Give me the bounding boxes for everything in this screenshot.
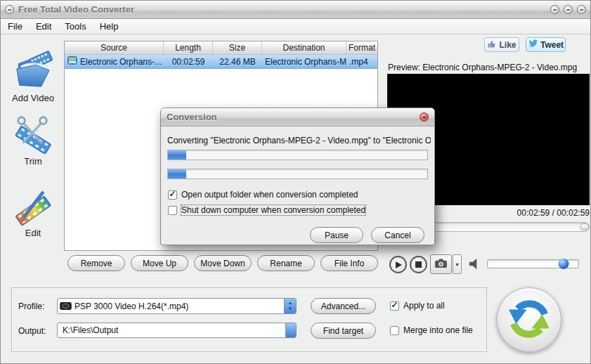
open-folder-row[interactable]: ✓ Open output folder when conversion com…	[168, 190, 358, 200]
stop-icon	[415, 261, 422, 268]
edit-icon	[13, 185, 53, 226]
shutdown-row[interactable]: ✓ Shut down computer when conversion com…	[168, 205, 365, 215]
output-path-field[interactable]: K:\Files\Output	[57, 323, 297, 338]
chevron-down-icon: ▾	[455, 261, 458, 268]
remove-button[interactable]: Remove	[67, 255, 125, 271]
shutdown-checkbox[interactable]: ✓	[168, 206, 177, 215]
tweet-button[interactable]: Tweet	[526, 37, 566, 52]
profile-label: Profile:	[18, 301, 44, 311]
sidebar-item-label: Trim	[24, 156, 42, 167]
menu-tools[interactable]: Tools	[63, 20, 93, 33]
play-button[interactable]	[389, 256, 407, 273]
sidebar-item-label: Add Video	[12, 93, 54, 103]
column-header-source[interactable]: Source	[65, 41, 164, 54]
total-progress-bar	[167, 150, 428, 160]
spinner-up-icon: ▲	[288, 301, 292, 306]
dialog-body: Converting "Electronic Orphans-MPEG-2 - …	[161, 126, 434, 245]
column-header-format[interactable]: Format	[346, 41, 377, 54]
shutdown-label: Shut down computer when conversion compl…	[181, 205, 365, 215]
tweet-label: Tweet	[540, 40, 564, 50]
volume-thumb[interactable]	[559, 259, 569, 269]
column-header-length[interactable]: Length	[164, 41, 213, 54]
convert-cycle-icon	[505, 295, 553, 345]
total-progress-fill	[168, 150, 186, 160]
like-label: Like	[499, 40, 516, 50]
cell-format: .mp4	[346, 55, 377, 68]
dialog-close-button[interactable]	[420, 112, 429, 122]
rename-button[interactable]: Rename	[257, 255, 315, 271]
table-row[interactable]: Electronic Orphans-... 00:02:59 22.46 MB…	[65, 55, 377, 69]
current-progress-bar	[167, 169, 428, 179]
advanced-button[interactable]: Advanced...	[311, 298, 376, 314]
sidebar-item-edit[interactable]: Edit	[1, 185, 65, 238]
window-title: Free Total Video Converter	[18, 4, 134, 15]
output-settings-panel: Profile: PSP 3000 Video H.264(*.mp4) ▲ ▼…	[11, 287, 487, 352]
window-controls	[550, 5, 586, 14]
menu-bar: File Edit Tools Help	[1, 19, 590, 34]
dialog-buttons: Pause Cancel	[310, 227, 424, 243]
sidebar-item-label: Edit	[25, 228, 41, 238]
app-icon	[5, 5, 14, 14]
camera-icon	[434, 258, 448, 271]
preview-label: Preview: Electronic Orphans-MPEG-2 - Vid…	[388, 63, 577, 72]
merge-checkbox[interactable]: ✓	[390, 326, 399, 335]
profile-value: PSP 3000 Video H.264(*.mp4)	[72, 301, 284, 311]
app-window: Free Total Video Converter File Edit Too…	[0, 0, 591, 364]
volume-slider[interactable]	[487, 259, 579, 268]
cell-size: 22.46 MB	[213, 55, 262, 68]
column-header-destination[interactable]: Destination	[262, 41, 346, 54]
video-file-icon	[67, 56, 80, 67]
check-icon: ✓	[391, 300, 398, 310]
open-folder-checkbox[interactable]: ✓	[168, 190, 177, 200]
open-folder-label: Open output folder when conversion compl…	[181, 190, 358, 200]
menu-help[interactable]: Help	[98, 20, 126, 33]
sidebar-item-add-video[interactable]: Add Video	[1, 50, 65, 103]
sidebar-item-trim[interactable]: Trim	[1, 113, 65, 167]
pause-button[interactable]: Pause	[310, 227, 363, 243]
twitter-bird-icon	[528, 39, 538, 50]
move-up-button[interactable]: Move Up	[131, 255, 188, 271]
profile-device-icon	[60, 301, 72, 311]
profile-select[interactable]: PSP 3000 Video H.264(*.mp4) ▲ ▼	[57, 298, 297, 314]
browse-output-button[interactable]	[285, 323, 296, 337]
conversion-message: Converting "Electronic Orphans-MPEG-2 - …	[167, 136, 431, 145]
apply-to-all-label: Apply to all	[403, 301, 445, 311]
speaker-icon[interactable]	[468, 258, 480, 273]
menu-file[interactable]: File	[6, 20, 30, 33]
snapshot-button[interactable]	[430, 254, 452, 274]
maximize-button[interactable]	[564, 5, 573, 14]
minimize-button[interactable]	[550, 5, 559, 14]
seek-thumb[interactable]	[580, 223, 589, 230]
dialog-title-bar[interactable]: Conversion	[161, 108, 434, 126]
thumbs-up-icon	[487, 39, 496, 51]
current-progress-fill	[168, 169, 186, 178]
stop-button[interactable]	[410, 256, 427, 273]
snapshot-dropdown-button[interactable]: ▾	[453, 254, 462, 274]
play-icon	[396, 261, 402, 268]
cell-destination: Electronic Orphans-M...	[262, 55, 346, 68]
move-down-button[interactable]: Move Down	[194, 255, 252, 271]
cell-length: 00:02:59	[164, 55, 213, 68]
apply-to-all-row[interactable]: ✓ Apply to all	[390, 301, 445, 311]
check-icon: ✓	[169, 189, 176, 199]
file-info-button[interactable]: File Info	[320, 255, 378, 271]
like-button[interactable]: Like	[484, 37, 519, 52]
merge-label: Merge into one file	[403, 325, 473, 335]
dialog-title: Conversion	[167, 112, 217, 122]
trim-icon	[13, 113, 53, 154]
close-button[interactable]	[577, 5, 586, 14]
merge-row[interactable]: ✓ Merge into one file	[390, 325, 473, 335]
table-header: Source Length Size Destination Format	[65, 41, 377, 55]
add-video-icon	[13, 50, 53, 91]
profile-spinner[interactable]: ▲ ▼	[284, 299, 296, 313]
cancel-button[interactable]: Cancel	[371, 227, 424, 243]
apply-to-all-checkbox[interactable]: ✓	[390, 301, 399, 311]
output-path-value: K:\Files\Output	[60, 325, 285, 335]
cell-source: Electronic Orphans-...	[80, 57, 162, 67]
menu-edit[interactable]: Edit	[34, 20, 59, 33]
output-label: Output:	[18, 326, 46, 336]
convert-button[interactable]	[497, 287, 561, 352]
column-header-size[interactable]: Size	[213, 41, 262, 54]
title-bar[interactable]: Free Total Video Converter	[1, 1, 590, 19]
find-target-button[interactable]: Find target	[311, 323, 376, 339]
